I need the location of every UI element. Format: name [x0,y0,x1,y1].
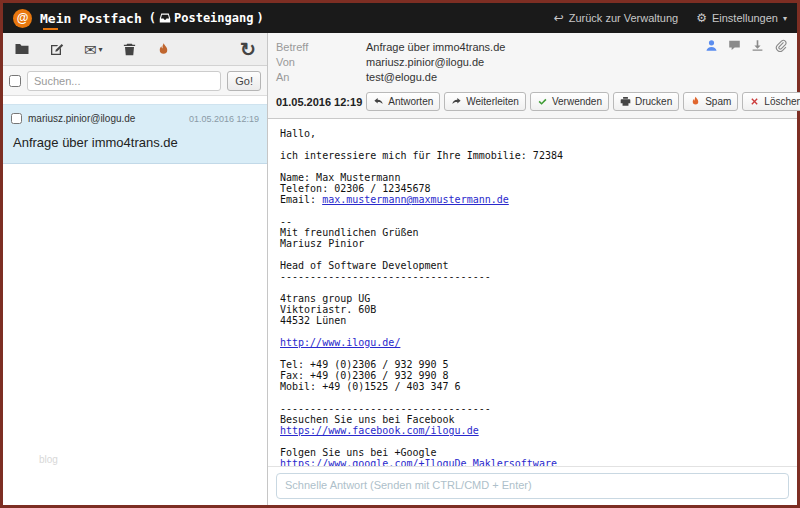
mail-body-line: Hallo, [280,128,785,139]
action-button-spam[interactable]: Spam [683,92,738,111]
trash-button[interactable] [122,42,137,57]
inbox-label: Posteingang [174,11,253,25]
mail-body-line [280,282,785,293]
field-value: test@elogu.de [366,70,437,85]
email-subject: Anfrage über immo4trans.de [11,135,259,150]
message-meta-row: 01.05.2016 12:19 AntwortenWeiterleitenVe… [276,85,789,118]
delete-icon [749,96,760,107]
mail-body-link[interactable]: max.mustermann@maxmustermann.de [322,194,509,205]
action-label: Löschen [764,96,800,107]
message-pane: BetreffAnfrage über immo4trans.deVonmari… [268,33,797,505]
mail-body-line: Mariusz Pinior [280,238,785,249]
folders-button[interactable] [14,41,30,57]
main-split: ✉ ▾ ↻ [3,33,797,505]
mail-body-line: Mit freundlichen Grüßen [280,227,785,238]
email-from: mariusz.pinior@ilogu.de [28,113,135,124]
mail-body-link[interactable]: https://www.facebook.com/ilogu.de [280,425,479,436]
action-label: Verwenden [552,96,602,107]
inbox-tray-icon [159,12,171,24]
spam-flame-button[interactable] [156,42,171,57]
mail-body-line: ich interessiere mich für Ihre Immobilie… [280,150,785,161]
flame-icon [690,96,701,107]
search-go-button[interactable]: Go! [227,71,261,91]
caret-down-icon: ▾ [783,14,787,23]
trash-icon [122,42,137,57]
paren-open: ( [149,11,156,25]
select-all-checkbox[interactable] [9,75,21,87]
field-value: mariusz.pinior@ilogu.de [366,55,484,70]
mail-body-line: https://www.facebook.com/ilogu.de [280,425,785,436]
search-input[interactable] [27,71,221,91]
contact-button[interactable] [705,39,718,52]
mail-body-line: Fax: +49 (0)2306 / 932 990 8 [280,370,785,381]
mail-body-line: Head of Software Development [280,260,785,271]
mail-body-line: http://www.ilogu.de/ [280,337,785,348]
field-value: Anfrage über immo4trans.de [366,40,505,55]
quick-reply-bar [268,466,797,505]
action-button-verwenden[interactable]: Verwenden [530,92,609,111]
mail-body-link[interactable]: https://www.google.com/+IloguDe_Maklerso… [280,458,557,466]
check-icon [537,96,548,107]
mail-body-line [280,205,785,216]
mail-body-line: Email: max.mustermann@maxmustermann.de [280,194,785,205]
attachment-button[interactable] [774,39,787,52]
mail-body-link[interactable]: http://www.ilogu.de/ [280,337,400,348]
message-field-row: Antest@elogu.de [276,70,789,85]
print-icon [620,96,631,107]
email-list-item[interactable]: mariusz.pinior@ilogu.de01.05.2016 12:19A… [3,104,267,164]
mail-body-line: Folgen Sie uns bei +Google [280,447,785,458]
accent-underline [43,28,58,30]
action-label: Antworten [388,96,433,107]
mail-body-line: 44532 Lünen [280,315,785,326]
mail-body-line: ----------------------------------- [280,271,785,282]
mail-app: @ Mein Postfach ( Posteingang ) ↩ Zurück… [0,0,800,508]
refresh-button[interactable]: ↻ [240,40,256,59]
action-button-weiterleiten[interactable]: Weiterleiten [444,92,526,111]
mail-body-line: Mobil: +49 (0)1525 / 403 347 6 [280,381,785,392]
mail-body-line: Name: Max Mustermann [280,172,785,183]
envelope-icon: ✉ [84,42,97,57]
mail-body-line: ----------------------------------- [280,403,785,414]
action-button-loeschen[interactable]: Löschen [742,92,800,111]
quick-reply-input[interactable] [276,473,789,499]
blog-link[interactable]: blog [39,454,58,465]
caret-down-icon: ▾ [99,45,103,54]
message-date: 01.05.2016 12:19 [276,96,362,108]
message-header: BetreffAnfrage über immo4trans.deVonmari… [268,33,797,119]
search-bar: Go! [3,66,267,96]
comment-button[interactable] [728,39,741,52]
forward-icon [451,96,462,107]
compose-button[interactable] [49,41,65,57]
action-button-drucken[interactable]: Drucken [613,92,679,111]
settings-menu[interactable]: ⚙ Einstellungen ▾ [696,12,787,24]
mail-body-line: Tel: +49 (0)2306 / 932 990 5 [280,359,785,370]
inbox-indicator: ( Posteingang ) [149,11,264,25]
mail-body-line [280,326,785,337]
mail-body-line [280,392,785,403]
mail-body-line: Viktoriastr. 60B [280,304,785,315]
mail-body-line: https://www.google.com/+IloguDe_Maklerso… [280,458,785,466]
settings-label: Einstellungen [712,12,778,24]
action-button-antworten[interactable]: Antworten [366,92,440,111]
field-label: An [276,70,366,85]
topbar: @ Mein Postfach ( Posteingang ) ↩ Zurück… [3,3,797,33]
mail-body: Hallo, ich interessiere mich für Ihre Im… [268,119,797,466]
paren-close: ) [256,11,263,25]
message-field-row: Vonmariusz.pinior@ilogu.de [276,55,789,70]
compose-icon [49,41,65,57]
reply-icon [373,96,384,107]
download-button[interactable] [751,39,764,52]
email-list: mariusz.pinior@ilogu.de01.05.2016 12:19A… [3,96,267,505]
app-logo[interactable]: @ [13,9,32,28]
back-label: Zurück zur Verwaltung [569,12,678,24]
gear-icon: ⚙ [696,12,707,24]
mail-body-line [280,436,785,447]
page-title: Mein Postfach [40,11,142,26]
mail-body-line [280,348,785,359]
person-icon [705,39,718,52]
mail-actions-dropdown[interactable]: ✉ ▾ [84,42,103,57]
back-arrow-icon: ↩ [554,12,564,24]
email-checkbox[interactable] [11,113,22,124]
back-to-admin-link[interactable]: ↩ Zurück zur Verwaltung [554,12,679,24]
paperclip-icon [774,39,787,52]
